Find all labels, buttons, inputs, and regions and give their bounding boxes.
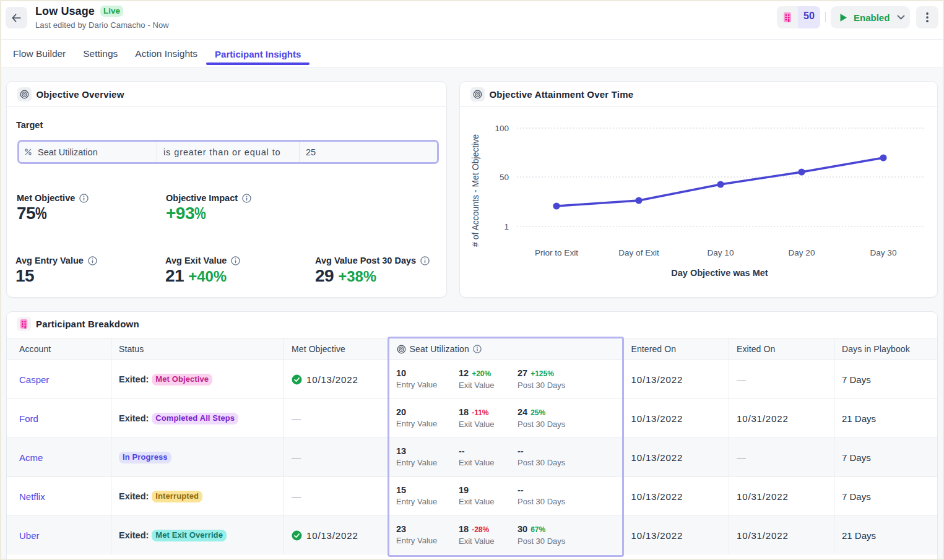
svg-text:Day 30: Day 30 xyxy=(870,248,897,257)
svg-text:Prior to Exit: Prior to Exit xyxy=(535,248,578,257)
svg-text:Day 10: Day 10 xyxy=(708,248,734,257)
svg-text:Day 20: Day 20 xyxy=(789,248,815,257)
svg-text:100: 100 xyxy=(495,124,509,133)
svg-text:Day of Exit: Day of Exit xyxy=(618,248,659,257)
svg-text:50: 50 xyxy=(500,173,509,182)
svg-text:# of Accounts - Met Objective: # of Accounts - Met Objective xyxy=(470,134,480,247)
svg-text:Day Objective was Met: Day Objective was Met xyxy=(671,268,768,278)
svg-text:1: 1 xyxy=(504,222,509,231)
